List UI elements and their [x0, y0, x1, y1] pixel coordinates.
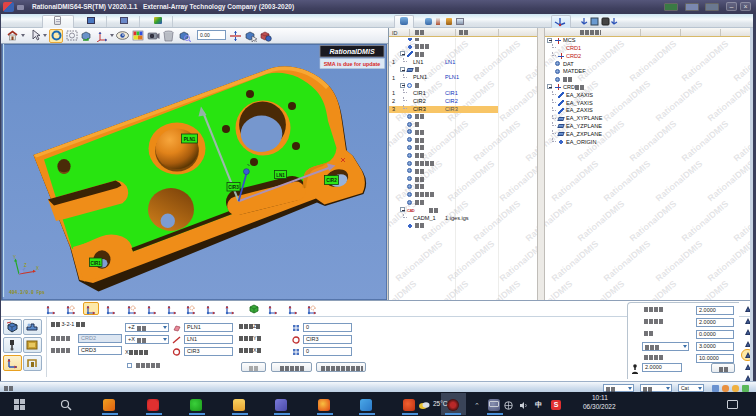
svg-text:CIR2: CIR2: [326, 178, 337, 183]
svg-text:CIR1: CIR1: [90, 261, 101, 266]
svg-text:RationalDMIS: RationalDMIS: [329, 48, 374, 55]
svg-text:404.3/0.0 Fps: 404.3/0.0 Fps: [9, 290, 45, 295]
svg-text:X: X: [36, 266, 39, 271]
svg-text:PLN1: PLN1: [184, 137, 196, 142]
svg-text:Y: Y: [13, 255, 16, 260]
svg-text:SMA is due for update: SMA is due for update: [324, 61, 381, 67]
svg-text:CIR3: CIR3: [228, 185, 239, 190]
svg-text:LN1: LN1: [276, 173, 285, 178]
svg-text:Z: Z: [24, 263, 27, 268]
